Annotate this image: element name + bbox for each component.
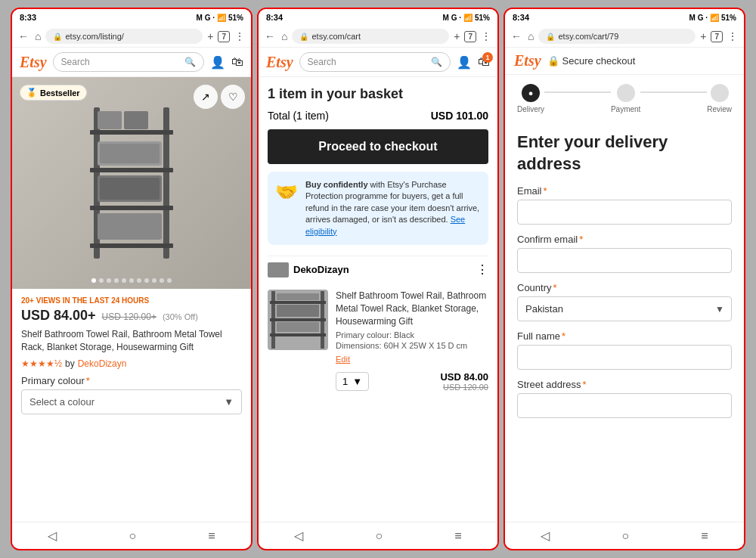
item-price-original: USD 120.00 <box>440 383 488 392</box>
product-image <box>12 77 251 289</box>
cart-item: Shelf Bathroom Towel Rail, Bathroom Meta… <box>268 290 488 392</box>
url-bar-3[interactable]: 🔒 etsy.com/cart/79 <box>538 29 696 44</box>
home-nav-2[interactable]: ○ <box>375 529 383 543</box>
etsy-logo-3[interactable]: Etsy <box>514 52 541 70</box>
search-bar-2[interactable]: Search 🔍 <box>299 52 451 72</box>
account-icon-1[interactable]: 👤 <box>210 55 225 70</box>
home-icon[interactable]: ⌂ <box>35 30 41 42</box>
status-bar-1: 8:33 M G · 📶 51% <box>12 9 251 26</box>
back-nav-1[interactable]: ◁ <box>48 529 57 543</box>
menu-nav-2[interactable]: ≡ <box>454 529 461 543</box>
back-nav-3[interactable]: ◁ <box>541 529 550 543</box>
more-icon[interactable]: ⋮ <box>234 30 245 42</box>
shelf-illustration <box>71 100 192 266</box>
phone-checkout: 8:34 M G · 📶 51% ← ⌂ 🔒 etsy.com/cart/79 … <box>503 8 745 550</box>
back-icon-3[interactable]: ← <box>511 30 522 42</box>
share-button[interactable]: ↗ <box>194 85 218 109</box>
country-select[interactable]: Pakistan <box>517 296 732 321</box>
confirm-email-group: Confirm email * <box>517 234 732 273</box>
back-nav-2[interactable]: ◁ <box>294 529 303 543</box>
email-input[interactable] <box>517 200 732 225</box>
favorite-button[interactable]: ♡ <box>221 85 245 109</box>
quantity-selector[interactable]: 1 ▼ <box>336 372 369 391</box>
seller-more-icon[interactable]: ⋮ <box>476 262 488 277</box>
seller-name-cart[interactable]: DekoDizayn <box>293 264 349 275</box>
checkout-button[interactable]: Proceed to checkout <box>268 129 488 164</box>
colour-section: Primary colour * Select a colour ▼ <box>21 375 242 414</box>
image-dots <box>91 278 172 283</box>
svg-rect-16 <box>270 318 326 321</box>
etsy-logo-2[interactable]: Etsy <box>266 54 293 71</box>
confirm-email-label: Confirm email * <box>517 234 732 245</box>
account-icon-2[interactable]: 👤 <box>457 55 472 70</box>
svg-rect-17 <box>270 333 326 336</box>
tab-count-2[interactable]: 7 <box>464 31 476 42</box>
lock-secure-icon: 🔒 <box>547 55 559 67</box>
plus-icon[interactable]: + <box>207 30 213 42</box>
battery-icon-3: 51% <box>721 14 736 22</box>
svg-rect-5 <box>90 243 173 248</box>
battery-icon-2: 51% <box>475 14 490 22</box>
dot-4 <box>122 278 126 283</box>
tab-count-3[interactable]: 7 <box>711 31 723 42</box>
seller-info-cart: DekoDizayn <box>268 262 349 277</box>
home-icon-3[interactable]: ⌂ <box>528 30 534 42</box>
home-icon-2[interactable]: ⌂ <box>281 30 287 42</box>
quantity-value: 1 <box>342 376 348 387</box>
product-title-1: Shelf Bathroom Towel Rail, Bathroom Meta… <box>21 328 242 354</box>
cart-wrapper-2[interactable]: 🛍 1 <box>478 55 490 69</box>
menu-nav-1[interactable]: ≡ <box>208 529 215 543</box>
signal-icon-2: M G · <box>443 14 461 22</box>
email-group: Email * <box>517 185 732 225</box>
url-bar-1[interactable]: 🔒 etsy.com/listing/ <box>45 29 203 44</box>
cart-item-details: Shelf Bathroom Towel Rail, Bathroom Meta… <box>336 290 488 392</box>
menu-nav-3[interactable]: ≡ <box>701 529 708 543</box>
step-line-1 <box>544 91 611 93</box>
battery-icon: 51% <box>228 14 243 22</box>
checkout-header: Etsy 🔒 Secure checkout <box>505 48 744 75</box>
street-input[interactable] <box>517 393 732 418</box>
back-icon-2[interactable]: ← <box>265 30 275 42</box>
url-text-3: etsy.com/cart/79 <box>558 32 618 41</box>
back-icon[interactable]: ← <box>18 30 29 42</box>
url-text-1: etsy.com/listing/ <box>65 32 123 41</box>
protection-text: Buy confidently with Etsy's Purchase Pro… <box>305 179 481 237</box>
more-icon-2[interactable]: ⋮ <box>481 30 491 42</box>
seller-row-1: ★★★★½ by DekoDizayn <box>21 358 242 369</box>
country-select-wrapper: Pakistan ▼ <box>517 296 732 321</box>
cart-wrapper-1[interactable]: 🛍 <box>231 55 243 69</box>
dot-1 <box>99 278 104 283</box>
browser-bar-3: ← ⌂ 🔒 etsy.com/cart/79 + 7 ⋮ <box>505 26 744 48</box>
tab-count-1[interactable]: 7 <box>218 31 230 42</box>
more-icon-3[interactable]: ⋮ <box>727 30 738 42</box>
svg-rect-19 <box>277 305 319 317</box>
delivery-form: Enter your delivery address Email * Conf… <box>505 122 744 522</box>
dropdown-arrow-icon: ▼ <box>224 396 234 408</box>
wifi-icon-2: 📶 <box>463 14 472 22</box>
colour-dropdown[interactable]: Select a colour ▼ <box>21 389 242 414</box>
dot-9 <box>160 278 164 283</box>
by-text: by <box>65 358 75 369</box>
etsy-logo-1[interactable]: Etsy <box>20 54 47 71</box>
svg-rect-6 <box>98 111 122 129</box>
seller-name-1[interactable]: DekoDizayn <box>78 358 127 369</box>
url-bar-2[interactable]: 🔒 etsy.com/cart <box>292 29 449 44</box>
fullname-group: Full name * <box>517 330 732 370</box>
required-star-name: * <box>562 330 565 342</box>
home-nav-3[interactable]: ○ <box>621 529 629 543</box>
confirm-email-input[interactable] <box>517 248 732 273</box>
plus-icon-3[interactable]: + <box>700 30 706 42</box>
protection-icon: 🤝 <box>275 179 298 237</box>
protection-box: 🤝 Buy confidently with Etsy's Purchase P… <box>268 172 488 245</box>
home-nav-1[interactable]: ○ <box>129 529 136 543</box>
search-bar-1[interactable]: Search 🔍 <box>53 52 204 72</box>
step-circle-delivery: ● <box>522 84 540 102</box>
edit-link[interactable]: Edit <box>336 355 350 364</box>
star-rating: ★★★★½ <box>21 358 62 369</box>
signal-icon: M G · <box>197 14 215 22</box>
fullname-input[interactable] <box>517 345 732 370</box>
status-icons-3: M G · 📶 51% <box>689 14 736 22</box>
street-group: Street address * <box>517 379 732 418</box>
plus-icon-2[interactable]: + <box>454 30 460 42</box>
qty-price-row: 1 ▼ USD 84.00 USD 120.00 <box>336 371 488 392</box>
